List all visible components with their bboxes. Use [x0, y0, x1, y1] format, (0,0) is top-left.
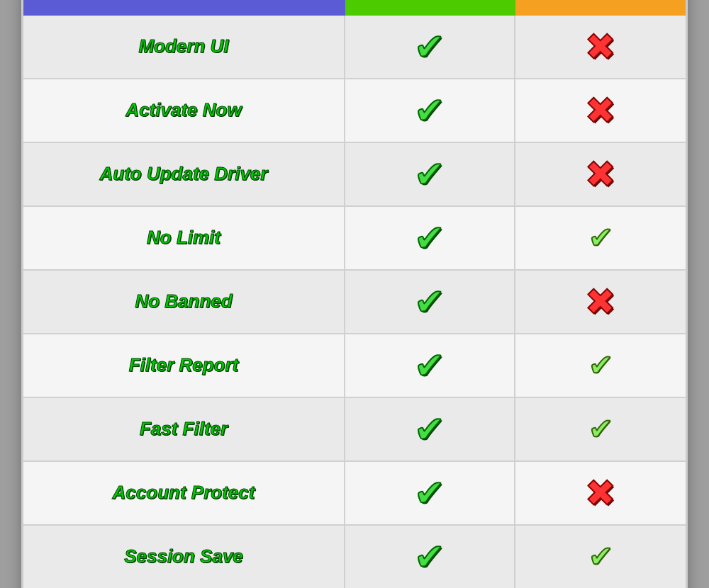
cell-feature: No Limit: [23, 207, 345, 269]
cell-feature: Activate Now: [23, 79, 345, 142]
cell-feature: No Banned: [23, 271, 345, 333]
header-others: Others: [515, 0, 686, 16]
cell-others: ✔: [515, 398, 686, 460]
cell-our: ✔: [345, 398, 515, 460]
cell-others: ✔: [515, 526, 686, 588]
cell-our: ✔: [345, 143, 515, 205]
check-icon: ✔: [414, 92, 445, 129]
check-icon: ✔: [414, 283, 445, 320]
comparison-table: Feature Our Others Modern UI✔✖Activate N…: [21, 0, 688, 588]
cross-icon: ✖: [585, 475, 616, 511]
check-icon: ✔: [414, 475, 445, 511]
header-our: Our: [345, 0, 515, 16]
cell-feature: Modern UI: [23, 16, 345, 78]
cell-feature: Filter Report: [23, 334, 345, 397]
table-row: Activate Now✔✖: [23, 79, 686, 143]
table-body: Modern UI✔✖Activate Now✔✖Auto Update Dri…: [23, 16, 686, 589]
cell-others: ✔: [515, 334, 686, 397]
cell-feature: Auto Update Driver: [23, 143, 345, 205]
table-row: Filter Report✔✔: [23, 334, 686, 398]
table-row: Modern UI✔✖: [23, 16, 686, 79]
cell-our: ✔: [345, 334, 515, 397]
cell-our: ✔: [345, 526, 515, 588]
cell-others: ✔: [515, 207, 686, 269]
cell-feature: Account Protect: [23, 462, 345, 524]
cell-feature: Fast Filter: [23, 398, 345, 460]
table-row: No Banned✔✖: [23, 271, 686, 334]
cell-others: ✖: [515, 271, 686, 333]
check-small-icon: ✔: [588, 414, 613, 444]
check-icon: ✔: [414, 28, 445, 65]
table-row: No Limit✔✔: [23, 207, 686, 271]
cell-others: ✖: [515, 16, 686, 78]
check-small-icon: ✔: [588, 351, 613, 380]
check-small-icon: ✔: [588, 542, 613, 572]
cell-our: ✔: [345, 79, 515, 142]
cell-our: ✔: [345, 207, 515, 269]
check-icon: ✔: [414, 347, 445, 384]
cross-icon: ✖: [585, 156, 616, 193]
check-small-icon: ✔: [588, 223, 613, 253]
table-row: Fast Filter✔✔: [23, 398, 686, 462]
table-row: Auto Update Driver✔✖: [23, 143, 686, 207]
cell-our: ✔: [345, 16, 515, 78]
header-feature: Feature: [23, 0, 345, 16]
check-icon: ✔: [414, 411, 445, 448]
check-icon: ✔: [414, 220, 445, 256]
cell-our: ✔: [345, 462, 515, 524]
cell-others: ✖: [515, 143, 686, 205]
cell-others: ✖: [515, 462, 686, 524]
cross-icon: ✖: [585, 28, 616, 65]
table-row: Session Save✔✔: [23, 526, 686, 589]
cross-icon: ✖: [585, 283, 616, 320]
cell-feature: Session Save: [23, 526, 345, 588]
cross-icon: ✖: [585, 92, 616, 129]
table-header: Feature Our Others: [23, 0, 686, 16]
cell-our: ✔: [345, 271, 515, 333]
table-row: Account Protect✔✖: [23, 462, 686, 526]
check-icon: ✔: [414, 538, 445, 575]
check-icon: ✔: [414, 156, 445, 193]
cell-others: ✖: [515, 79, 686, 142]
